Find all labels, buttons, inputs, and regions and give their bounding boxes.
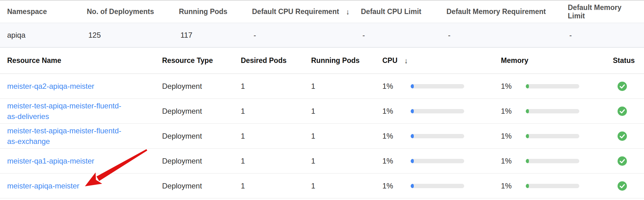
resource-type-cell: Deployment xyxy=(162,132,241,140)
resource-row: meister-qa2-apiqa-meister Deployment 1 1… xyxy=(0,74,644,99)
desired-pods-cell: 1 xyxy=(241,132,311,140)
default-cpu-limit-cell: - xyxy=(361,31,446,40)
column-header-default-memory-limit[interactable]: Default Memory Limit xyxy=(568,3,637,20)
status-cell xyxy=(613,131,637,141)
default-cpu-requirement-cell: - xyxy=(252,31,361,40)
memory-percent: 1% xyxy=(501,107,526,116)
column-header-cpu[interactable]: CPU ↓ xyxy=(382,56,501,65)
status-cell xyxy=(613,82,637,91)
resource-link[interactable]: meister-test-apiqa-meister-fluentd-as-ex… xyxy=(7,126,130,147)
memory-percent: 1% xyxy=(501,182,526,190)
resource-row: meister-test-apiqa-meister-fluentd-as-ex… xyxy=(0,124,644,149)
status-ok-icon xyxy=(618,156,627,166)
column-header-desired-pods[interactable]: Desired Pods xyxy=(241,56,311,65)
column-header-resource-type[interactable]: Resource Type xyxy=(162,56,241,65)
memory-percent: 1% xyxy=(501,82,526,91)
running-pods-cell: 1 xyxy=(311,182,382,190)
namespace-cell: apiqa xyxy=(7,31,87,40)
cpu-cell: 1% xyxy=(382,132,501,140)
running-pods-count-cell: 117 xyxy=(179,31,252,40)
cpu-usage-bar xyxy=(411,109,464,113)
column-header-status[interactable]: Status xyxy=(613,56,637,65)
resource-type-cell: Deployment xyxy=(162,107,241,116)
status-ok-icon xyxy=(618,181,627,191)
status-cell xyxy=(613,181,637,191)
column-header-memory[interactable]: Memory xyxy=(501,56,613,65)
desired-pods-cell: 1 xyxy=(241,107,311,116)
column-header-default-cpu-limit[interactable]: Default CPU Limit xyxy=(361,7,446,16)
cpu-usage-bar xyxy=(411,184,464,188)
resource-row: meister-qa1-apiqa-meister Deployment 1 1… xyxy=(0,149,644,174)
cpu-usage-bar xyxy=(411,159,464,163)
cpu-percent: 1% xyxy=(382,82,411,91)
desired-pods-cell: 1 xyxy=(241,82,311,91)
cpu-percent: 1% xyxy=(382,132,411,140)
default-memory-requirement-cell: - xyxy=(446,31,568,40)
cpu-cell: 1% xyxy=(382,157,501,165)
memory-cell: 1% xyxy=(501,82,613,91)
running-pods-cell: 1 xyxy=(311,157,382,165)
cpu-cell: 1% xyxy=(382,182,501,190)
resource-link[interactable]: meister-test-apiqa-meister-fluentd-as-de… xyxy=(7,101,130,122)
namespace-table-header: Namespace No. of Deployments Running Pod… xyxy=(0,0,644,23)
deployments-count-cell: 125 xyxy=(87,31,179,40)
resource-row: meister-test-apiqa-meister-fluentd-as-de… xyxy=(0,99,644,124)
memory-usage-bar xyxy=(526,84,579,88)
column-header-label: CPU xyxy=(382,56,398,65)
memory-percent: 1% xyxy=(501,132,526,140)
cpu-percent: 1% xyxy=(382,107,411,116)
sort-descending-icon[interactable]: ↓ xyxy=(346,7,350,16)
resource-type-cell: Deployment xyxy=(162,157,241,165)
resource-name-cell: meister-apiqa-meister xyxy=(7,181,162,191)
resource-row: meister-apiqa-meister Deployment 1 1 1% … xyxy=(0,174,644,198)
status-ok-icon xyxy=(618,82,627,91)
memory-cell: 1% xyxy=(501,107,613,116)
memory-usage-bar xyxy=(526,134,579,138)
running-pods-cell: 1 xyxy=(311,132,382,140)
column-header-running-pods[interactable]: Running Pods xyxy=(311,56,382,65)
resource-link[interactable]: meister-qa2-apiqa-meister xyxy=(7,81,94,92)
desired-pods-cell: 1 xyxy=(241,182,311,190)
resource-name-cell: meister-qa1-apiqa-meister xyxy=(7,156,162,166)
cpu-cell: 1% xyxy=(382,82,501,91)
namespace-row[interactable]: apiqa 125 117 - - - - xyxy=(0,23,644,48)
running-pods-cell: 1 xyxy=(311,82,382,91)
status-cell xyxy=(613,156,637,166)
memory-usage-bar xyxy=(526,159,579,163)
cpu-usage-bar xyxy=(411,84,464,88)
status-cell xyxy=(613,107,637,116)
memory-cell: 1% xyxy=(501,182,613,190)
column-header-label: Default CPU Requirement xyxy=(252,7,339,16)
cpu-percent: 1% xyxy=(382,182,411,190)
cpu-percent: 1% xyxy=(382,157,411,165)
sort-descending-icon[interactable]: ↓ xyxy=(404,56,408,65)
column-header-resource-name[interactable]: Resource Name xyxy=(7,56,162,65)
column-header-default-cpu-requirement[interactable]: Default CPU Requirement ↓ xyxy=(252,7,361,16)
resource-link[interactable]: meister-apiqa-meister xyxy=(7,181,79,191)
workload-dashboard: Namespace No. of Deployments Running Pod… xyxy=(0,0,644,200)
status-ok-icon xyxy=(618,131,627,141)
memory-usage-bar xyxy=(526,109,579,113)
desired-pods-cell: 1 xyxy=(241,157,311,165)
resource-link[interactable]: meister-qa1-apiqa-meister xyxy=(7,156,94,166)
resource-name-cell: meister-test-apiqa-meister-fluentd-as-de… xyxy=(7,101,162,122)
column-header-deployments[interactable]: No. of Deployments xyxy=(87,7,179,16)
resource-name-cell: meister-test-apiqa-meister-fluentd-as-ex… xyxy=(7,126,162,147)
memory-cell: 1% xyxy=(501,157,613,165)
column-header-running-pods[interactable]: Running Pods xyxy=(179,7,252,16)
default-memory-limit-cell: - xyxy=(568,31,637,40)
resource-type-cell: Deployment xyxy=(162,182,241,190)
memory-usage-bar xyxy=(526,184,579,188)
resource-type-cell: Deployment xyxy=(162,82,241,91)
column-header-namespace[interactable]: Namespace xyxy=(7,7,87,16)
column-header-default-memory-requirement[interactable]: Default Memory Requirement xyxy=(446,7,568,16)
running-pods-cell: 1 xyxy=(311,107,382,116)
resource-name-cell: meister-qa2-apiqa-meister xyxy=(7,81,162,92)
resource-table-header: Resource Name Resource Type Desired Pods… xyxy=(0,48,644,74)
status-ok-icon xyxy=(618,107,627,116)
memory-cell: 1% xyxy=(501,132,613,140)
cpu-usage-bar xyxy=(411,134,464,138)
memory-percent: 1% xyxy=(501,157,526,165)
cpu-cell: 1% xyxy=(382,107,501,116)
